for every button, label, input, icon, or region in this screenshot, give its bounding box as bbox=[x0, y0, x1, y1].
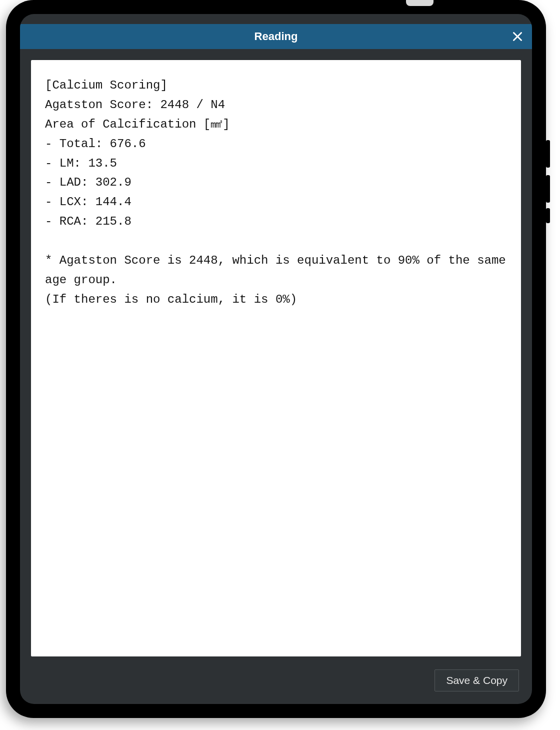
content-wrap: [Calcium Scoring] Agatston Score: 2448 /… bbox=[20, 49, 532, 656]
tablet-frame: Reading [Calcium Scoring] Agatston Score… bbox=[6, 0, 546, 718]
close-icon bbox=[511, 30, 524, 43]
app-screen: Reading [Calcium Scoring] Agatston Score… bbox=[20, 14, 532, 704]
tablet-side-button bbox=[546, 208, 550, 223]
tablet-side-button bbox=[546, 140, 550, 168]
dialog-footer: Save & Copy bbox=[20, 656, 532, 704]
report-note-2: (If theres is no calcium, it is 0%) bbox=[45, 293, 297, 306]
report-area-total: - Total: 676.6 bbox=[45, 137, 146, 151]
report-area-lm: - LM: 13.5 bbox=[45, 157, 117, 170]
report-agatston: Agatston Score: 2448 / N4 bbox=[45, 98, 225, 112]
tablet-camera bbox=[406, 0, 434, 6]
close-button[interactable] bbox=[509, 28, 526, 45]
report-area-rca: - RCA: 215.8 bbox=[45, 215, 132, 228]
report-section: [Calcium Scoring] bbox=[45, 79, 168, 92]
report-area-lad: - LAD: 302.9 bbox=[45, 176, 132, 189]
report-note-1: * Agatston Score is 2448, which is equiv… bbox=[45, 254, 513, 287]
save-copy-button[interactable]: Save & Copy bbox=[434, 669, 519, 691]
dialog-header: Reading bbox=[20, 24, 532, 49]
tablet-side-button bbox=[546, 175, 550, 203]
report-area-header: Area of Calcification [㎟] bbox=[45, 118, 230, 131]
dialog-title: Reading bbox=[254, 30, 298, 43]
report-area-lcx: - LCX: 144.4 bbox=[45, 195, 132, 209]
report-panel[interactable]: [Calcium Scoring] Agatston Score: 2448 /… bbox=[31, 60, 521, 656]
